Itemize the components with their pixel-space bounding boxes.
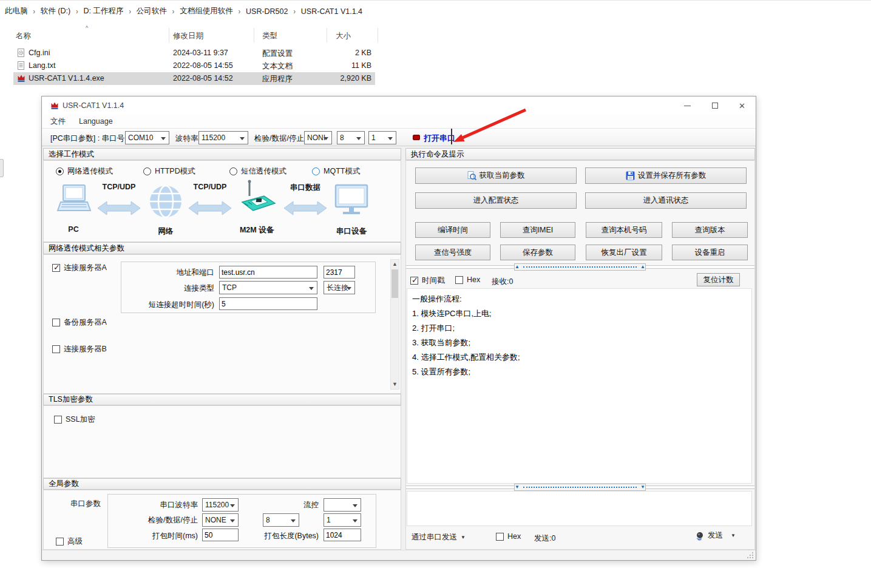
splitter-down-icon: ▼: [515, 485, 520, 490]
file-row-lang-txt[interactable]: Lang.txt 2022-08-05 14:55 文本文档 11 KB: [13, 59, 375, 72]
keepalive-select[interactable]: 长连接: [324, 281, 355, 294]
set-save-all-params-button[interactable]: 设置并保存所有参数: [585, 167, 747, 184]
com-port-select[interactable]: COM10: [125, 131, 169, 144]
column-header-type[interactable]: 类型: [262, 31, 277, 41]
query-imei-button[interactable]: 查询IMEI: [500, 222, 575, 238]
checkbox-timestamp[interactable]: 时间戳: [410, 275, 445, 286]
checkbox-icon: [455, 276, 463, 284]
serial-data-bits-select[interactable]: 8: [263, 513, 299, 527]
pack-length-input[interactable]: [324, 529, 361, 541]
link-label-tcp-udp-2: TCP/UDP: [188, 183, 232, 191]
serial-parity-label: 检验/数据/停止: [108, 515, 198, 525]
checkbox-send-hex[interactable]: Hex: [496, 532, 521, 541]
compile-time-button[interactable]: 编译时间: [415, 222, 490, 238]
query-version-button[interactable]: 查询版本: [672, 222, 748, 238]
recv-counter: 接收:0: [492, 277, 513, 287]
checkbox-recv-hex[interactable]: Hex: [455, 275, 480, 284]
checkbox-icon: [56, 538, 64, 546]
file-size: 2,920 KB: [328, 74, 371, 83]
checkbox-backup-server-a[interactable]: 备份服务器A: [52, 317, 107, 328]
column-divider: [327, 28, 327, 42]
minimize-button[interactable]: [674, 96, 701, 115]
scrollbar-thumb[interactable]: [391, 269, 398, 298]
breadcrumb-drive-d[interactable]: 软件 (D:): [41, 6, 70, 16]
radio-mqtt-mode[interactable]: MQTT模式: [312, 166, 360, 177]
get-params-button[interactable]: 获取当前参数: [415, 167, 577, 184]
menu-language[interactable]: Language: [79, 117, 113, 126]
enter-config-state-button[interactable]: 进入配置状态: [415, 192, 577, 209]
close-button[interactable]: ✕: [728, 96, 756, 115]
sent-counter: 发送:0: [534, 533, 555, 544]
breadcrumb-usr-dr502[interactable]: USR-DR502: [246, 7, 288, 16]
radio-net-transparent-mode[interactable]: 网络透传模式: [56, 166, 113, 177]
column-header-date[interactable]: 修改日期: [173, 31, 203, 41]
column-header-name[interactable]: 名称: [16, 31, 31, 41]
serial-params-panel: 串口波特率 115200 流控 检验/数据/停止 NONE 8 1 打包时间(m…: [107, 494, 376, 548]
checkbox-label: Hex: [507, 532, 521, 541]
radio-label: 网络透传模式: [67, 166, 113, 177]
breadcrumb-this-pc[interactable]: 此电脑: [5, 6, 28, 16]
checkbox-ssl[interactable]: SSL加密: [54, 414, 95, 425]
send-button[interactable]: 发送 ▼: [695, 530, 736, 541]
splitter-dots: [523, 487, 637, 488]
serial-parity-select[interactable]: NONE: [202, 513, 239, 527]
radio-label: HTTPD模式: [155, 166, 195, 177]
log-line: 1. 模块连PC串口,上电;: [412, 306, 747, 321]
flow-control-label: 流控: [229, 500, 319, 510]
radio-httpd-mode[interactable]: HTTPD模式: [143, 166, 195, 177]
server-port-input[interactable]: [324, 266, 355, 279]
net-params-scrollbar[interactable]: ▲ ▼: [390, 259, 399, 390]
button-label: 获取当前参数: [480, 171, 525, 181]
send-via-serial-dropdown[interactable]: 通过串口发送 ▼: [412, 532, 466, 542]
breadcrumb-company-software[interactable]: 公司软件: [137, 6, 167, 16]
flow-control-select[interactable]: [324, 498, 361, 512]
resize-grip-icon[interactable]: [747, 552, 754, 559]
parity-select[interactable]: NONI: [304, 131, 332, 144]
node-label-pc: PC: [55, 225, 92, 234]
sort-ascending-icon[interactable]: ^: [86, 25, 88, 31]
serial-stop-bits-select[interactable]: 1: [324, 513, 361, 527]
data-bits-select[interactable]: 8: [337, 131, 365, 144]
checkbox-label: 高级: [67, 536, 83, 547]
server-address-input[interactable]: [219, 266, 317, 279]
send-splitter[interactable]: ▼ ▼: [514, 484, 646, 491]
scroll-up-icon[interactable]: ▲: [391, 260, 399, 269]
device-restart-button[interactable]: 设备重启: [672, 245, 748, 260]
serial-params-label: 串口参数: [70, 499, 101, 509]
text-file-icon: [17, 61, 25, 70]
log-output-area[interactable]: 一般操作流程: 1. 模块连PC串口,上电; 2. 打开串口; 3. 获取当前参…: [407, 288, 752, 484]
ini-file-icon: [17, 49, 25, 57]
window-titlebar[interactable]: USR-CAT1 V1.1.4 ✕: [42, 96, 756, 115]
baud-rate-select[interactable]: 115200: [198, 131, 248, 144]
checkbox-advanced[interactable]: 高级: [56, 536, 83, 547]
menu-file[interactable]: 文件: [50, 117, 66, 127]
checkbox-label: 备份服务器A: [64, 317, 107, 328]
radio-sms-transparent-mode[interactable]: 短信透传模式: [229, 166, 286, 177]
log-splitter[interactable]: ▲ ▲: [514, 263, 646, 271]
scroll-down-icon[interactable]: ▼: [391, 380, 399, 389]
breadcrumb-doc-group-software[interactable]: 文档组使用软件: [180, 6, 233, 16]
reset-counter-button[interactable]: 复位计数: [697, 273, 740, 286]
checkbox-connect-server-b[interactable]: 连接服务器B: [52, 344, 107, 354]
send-input-area[interactable]: [407, 491, 752, 526]
enter-comm-state-button[interactable]: 进入通讯状态: [585, 192, 747, 209]
short-timeout-input[interactable]: [219, 297, 317, 310]
file-row-cfg-ini[interactable]: Cfg.ini 2024-03-11 9:37 配置设置 2 KB: [13, 47, 375, 59]
factory-reset-button[interactable]: 恢复出厂设置: [586, 245, 662, 260]
maximize-button[interactable]: [701, 96, 728, 115]
breadcrumb-work-programs[interactable]: D: 工作程序: [84, 6, 124, 16]
breadcrumb-usr-cat1[interactable]: USR-CAT1 V1.1.4: [301, 7, 362, 16]
query-signal-strength-button[interactable]: 查信号强度: [415, 245, 490, 260]
work-mode-box: 网络透传模式 HTTPD模式 短信透传模式 MQTT模式: [43, 160, 401, 242]
column-header-size[interactable]: 大小: [336, 31, 351, 41]
checkbox-connect-server-a[interactable]: 连接服务器A: [52, 263, 107, 273]
breadcrumb-separator: ›: [33, 7, 35, 15]
address-port-label: 地址和端口: [121, 268, 214, 278]
pack-time-label: 打包时间(ms): [108, 531, 198, 541]
file-row-usr-cat1-exe[interactable]: USR-CAT1 V1.1.4.exe 2022-08-05 14:52 应用程…: [13, 72, 375, 85]
connection-type-select[interactable]: TCP: [219, 281, 317, 294]
splitter-down-icon: ▼: [640, 485, 645, 490]
stop-bits-select[interactable]: 1: [368, 131, 396, 144]
save-params-button[interactable]: 保存参数: [500, 245, 575, 260]
query-local-number-button[interactable]: 查询本机号码: [586, 222, 662, 238]
